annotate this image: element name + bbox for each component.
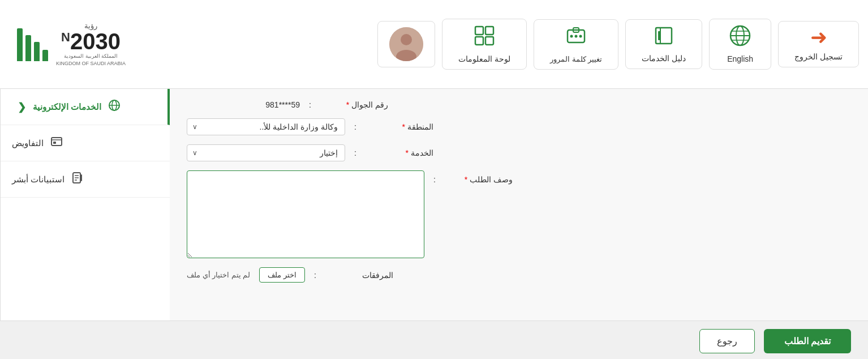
chevron-left-icon: ❮ — [18, 101, 26, 113]
region-label: المنطقة * — [366, 122, 433, 131]
svg-point-9 — [570, 35, 573, 37]
sidebar-item-surveys[interactable]: استبيانات أبشر — [1, 161, 170, 198]
absher-bars — [17, 27, 48, 61]
svg-rect-13 — [475, 27, 483, 35]
logos: رؤية N2030 المملكة العربية السعوديةKINGD… — [17, 22, 126, 67]
region-select-wrapper: وكالة وزارة الداخلية للأ.. — [187, 118, 345, 135]
services-label: دليل الخدمات — [642, 54, 686, 63]
svg-rect-23 — [51, 138, 62, 146]
absher-logo — [17, 27, 48, 61]
service-row: الخدمة * : إختيار — [187, 144, 851, 161]
svg-rect-7 — [658, 31, 660, 40]
dashboard-button[interactable]: لوحة المعلومات — [442, 19, 527, 70]
mobile-label: رقم الجوال * — [320, 100, 388, 109]
submit-button[interactable]: تقديم الطلب — [764, 329, 851, 353]
negotiation-icon — [50, 135, 63, 151]
globe-icon — [729, 25, 751, 50]
description-label: وصف الطلب * — [445, 170, 513, 184]
dashboard-icon — [474, 25, 495, 50]
svg-rect-27 — [81, 174, 82, 181]
top-navigation: ➜ تسجيل الخروج English — [0, 0, 868, 89]
surveys-label: استبيانات أبشر — [12, 174, 65, 185]
svg-rect-14 — [485, 27, 493, 35]
book-icon — [654, 25, 674, 49]
file-none-label: لم يتم اختيار أي ملف — [187, 271, 250, 279]
change-password-button[interactable]: تغيير كلمة المرور — [534, 19, 618, 70]
region-select[interactable]: وكالة وزارة الداخلية للأ.. — [187, 118, 345, 135]
dashboard-label: لوحة المعلومات — [458, 54, 510, 63]
bar3 — [25, 35, 31, 61]
sidebar: الخدمات الإلكترونية ❮ التفاويض — [0, 89, 170, 320]
vision-number: N2030 — [61, 30, 121, 53]
description-row: وصف الطلب * : — [187, 170, 851, 258]
main-layout: الخدمات الإلكترونية ❮ التفاويض — [0, 89, 868, 320]
sidebar-item-negotiation[interactable]: التفاويض — [1, 125, 170, 161]
language-button[interactable]: English — [709, 19, 771, 70]
choose-file-button[interactable]: اختر ملف — [259, 267, 305, 283]
nav-items-left: ➜ تسجيل الخروج English — [374, 0, 862, 88]
bar1 — [42, 50, 48, 61]
region-row: المنطقة * : وكالة وزارة الداخلية للأ.. — [187, 118, 851, 135]
password-label: تغيير كلمة المرور — [550, 55, 602, 63]
bar4 — [17, 28, 23, 61]
avatar-image — [389, 27, 423, 61]
electronic-services-icon — [108, 99, 121, 114]
electronic-services-label: الخدمات الإلكترونية — [33, 102, 101, 112]
service-select[interactable]: إختيار — [187, 144, 345, 161]
svg-rect-16 — [485, 37, 493, 45]
content-area: رقم الجوال * : 59****981 المنطقة * : وكا… — [170, 89, 868, 320]
svg-rect-25 — [53, 142, 56, 144]
logo-area: رؤية N2030 المملكة العربية السعوديةKINGD… — [6, 0, 137, 88]
vision-subtitle: المملكة العربية السعوديةKINGDOM OF SAUDI… — [56, 53, 126, 67]
vision-n: N — [61, 30, 70, 44]
surveys-icon — [71, 172, 84, 187]
svg-point-18 — [401, 34, 412, 45]
negotiation-label: التفاويض — [12, 138, 44, 148]
mobile-value: 59****981 — [187, 100, 300, 109]
bar2 — [34, 42, 40, 61]
back-button[interactable]: رجوع — [699, 329, 755, 353]
user-avatar — [377, 21, 435, 67]
vision-2030-logo: رؤية N2030 المملكة العربية السعوديةKINGD… — [56, 22, 126, 67]
attachments-label: المرفقات — [325, 271, 393, 280]
attachments-row: المرفقات : اختر ملف لم يتم اختيار أي ملف — [187, 267, 851, 283]
sidebar-item-electronic-services[interactable]: الخدمات الإلكترونية ❮ — [1, 89, 170, 125]
logout-icon: ➜ — [810, 27, 827, 48]
services-guide-button[interactable]: دليل الخدمات — [625, 19, 702, 69]
logout-button[interactable]: ➜ تسجيل الخروج — [778, 21, 859, 67]
mobile-row: رقم الجوال * : 59****981 — [187, 100, 851, 109]
svg-point-10 — [575, 35, 578, 37]
service-label: الخدمة * — [366, 148, 433, 157]
footer-bar: تقديم الطلب رجوع — [0, 320, 868, 359]
service-select-wrapper: إختيار — [187, 144, 345, 161]
description-textarea[interactable] — [187, 170, 424, 258]
svg-point-11 — [579, 35, 582, 37]
svg-rect-15 — [475, 37, 483, 45]
english-label: English — [727, 54, 753, 63]
logout-label: تسجيل الخروج — [794, 52, 843, 61]
password-icon — [565, 25, 587, 50]
